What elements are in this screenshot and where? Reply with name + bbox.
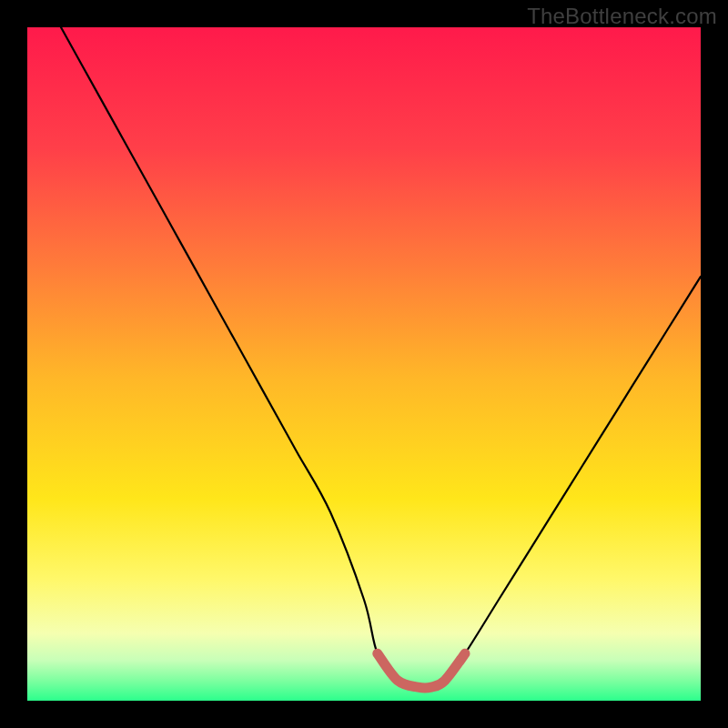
highlight-band — [378, 653, 465, 688]
watermark-text: TheBottleneck.com — [527, 4, 717, 29]
bottleneck-curve — [61, 27, 701, 688]
plot-area — [27, 27, 701, 701]
chart-frame: TheBottleneck.com — [0, 0, 728, 728]
curve-layer — [27, 27, 701, 701]
